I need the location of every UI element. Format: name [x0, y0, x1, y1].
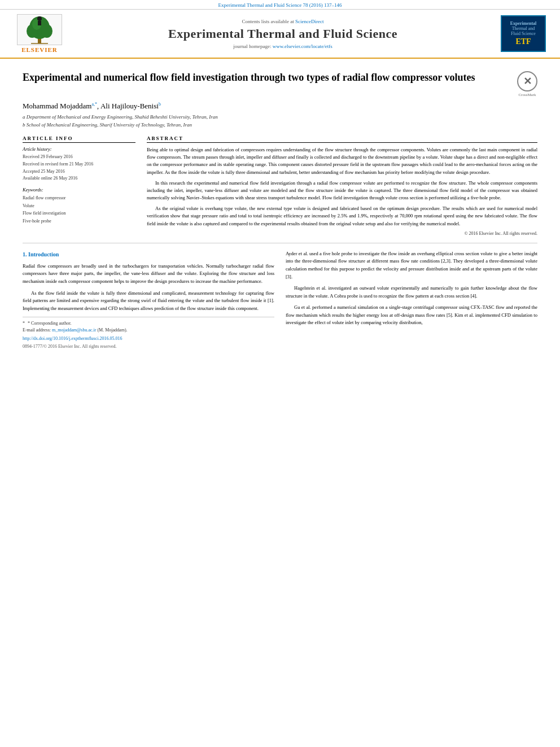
intro-para2: As the flow field inside the volute is f… [23, 290, 274, 313]
abstract-text: Being able to optimal design and fabrica… [147, 146, 537, 228]
crossmark-widget[interactable]: ✕ CrossMark [517, 71, 537, 97]
svg-point-6 [37, 16, 42, 21]
history-label: Article history: [23, 146, 135, 152]
journal-title: Experimental Thermal and Fluid Science [68, 27, 498, 41]
keyword4: Five-hole probe [23, 217, 135, 225]
keywords-section: Keywords: Radial flow compressor Volute … [23, 187, 135, 225]
affil-a: a Department of Mechanical and Energy En… [23, 113, 537, 121]
accepted-date: Accepted 25 May 2016 [23, 168, 135, 176]
journal-ref-text: Experimental Thermal and Fluid Science 7… [218, 2, 342, 8]
email-link[interactable]: m_mojaddam@sbu.ac.ir [52, 327, 96, 333]
homepage-url[interactable]: www.elsevier.com/locate/etfs [273, 43, 333, 49]
author2-sup: b [159, 102, 161, 107]
etfs-logo-text: Experimental Thermal and Fluid Science E… [510, 21, 537, 46]
journal-logo-right: Experimental Thermal and Fluid Science E… [498, 15, 549, 52]
keyword1: Radial flow compressor [23, 194, 135, 202]
crossmark-label: CrossMark [518, 93, 536, 97]
affiliations: a Department of Mechanical and Energy En… [23, 113, 537, 129]
elsevier-logo-left: ELSEVIER [11, 14, 68, 53]
author2-name: Ali Hajilouy-Benisi [100, 102, 159, 110]
affil-b: b School of Mechanical Engineering, Shar… [23, 121, 537, 129]
available-date: Available online 26 May 2016 [23, 175, 135, 182]
keywords-label: Keywords: [23, 187, 135, 193]
contents-line: Contents lists available at ScienceDirec… [68, 19, 498, 24]
journal-reference: Experimental Thermal and Fluid Science 7… [0, 0, 560, 10]
crossmark-x-icon: ✕ [523, 75, 532, 88]
abstract-para1: Being able to optimal design and fabrica… [147, 146, 537, 176]
right-para1: Ayder et al. used a five hole probe to i… [286, 250, 537, 281]
copyright-line: © 2016 Elsevier Inc. All rights reserved… [147, 231, 537, 236]
article-info-title: ARTICLE INFO [23, 136, 135, 143]
journal-center: Contents lists available at ScienceDirec… [68, 19, 498, 49]
doi-line: http://dx.doi.org/10.1016/j.expthermflus… [23, 335, 274, 343]
elsevier-tree-box [17, 14, 62, 45]
author1-sup: a,* [91, 102, 97, 107]
right-para2: Hagelstein et al. investigated an outwar… [286, 285, 537, 300]
introduction-section: 1. Introduction Radial flow compressors … [23, 250, 537, 351]
footnote-section: * * Corresponding author. E-mail address… [23, 317, 274, 351]
etfs-logo-box: Experimental Thermal and Fluid Science E… [501, 15, 546, 52]
footnote-star-icon: * [23, 321, 25, 326]
issn-line: 0894-1777/© 2016 Elsevier Inc. All right… [23, 343, 274, 351]
crossmark-circle: ✕ [517, 71, 537, 91]
intro-para1: Radial flow compressors are broadly used… [23, 263, 274, 286]
sciencedirect-link[interactable]: ScienceDirect [295, 19, 323, 24]
abstract-para2: In this research the experimental and nu… [147, 180, 537, 202]
corresponding-note: * * Corresponding author. [23, 320, 274, 327]
abstract-section: ABSTRACT Being able to optimal design an… [147, 136, 537, 236]
abstract-title: ABSTRACT [147, 136, 537, 143]
doi-link[interactable]: http://dx.doi.org/10.1016/j.expthermflus… [23, 336, 123, 341]
svg-point-4 [41, 24, 53, 38]
author1-name: Mohammad Mojaddam [23, 102, 91, 110]
intro-right-col: Ayder et al. used a five hole probe to i… [286, 250, 537, 351]
keyword3: Flow field investigation [23, 209, 135, 217]
journal-header: ELSEVIER Contents lists available at Sci… [0, 10, 560, 59]
homepage-line: journal homepage: www.elsevier.com/locat… [68, 43, 498, 49]
right-para3: Gu et al. performed a numerical simulati… [286, 304, 537, 327]
article-info-panel: ARTICLE INFO Article history: Received 2… [23, 136, 135, 236]
abstract-para3: As the original volute is overhang type … [147, 205, 537, 228]
main-content: Experimental and numerical flow field in… [0, 59, 560, 357]
received-date: Received 29 February 2016 [23, 154, 135, 161]
intro-heading: 1. Introduction [23, 250, 274, 259]
svg-rect-7 [38, 21, 41, 25]
received-revised-date: Received in revised form 21 May 2016 [23, 161, 135, 168]
elsevier-brand-text: ELSEVIER [21, 46, 58, 53]
email-note: E-mail address: m_mojaddam@sbu.ac.ir (M.… [23, 327, 274, 334]
elsevier-tree-icon [20, 14, 59, 45]
article-info-abstract: ARTICLE INFO Article history: Received 2… [23, 136, 537, 236]
paper-title-section: Experimental and numerical flow field in… [23, 65, 537, 97]
keyword2: Volute [23, 202, 135, 210]
authors-line: Mohammad Mojaddama,*, Ali Hajilouy-Benis… [23, 102, 537, 111]
paper-title: Experimental and numerical flow field in… [23, 71, 509, 84]
section-divider [23, 243, 537, 243]
intro-left-col: 1. Introduction Radial flow compressors … [23, 250, 274, 351]
